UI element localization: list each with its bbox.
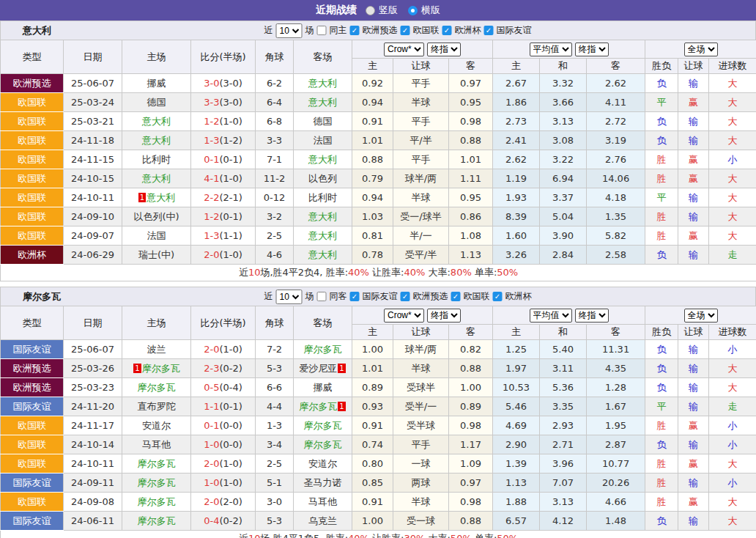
avg-source-select[interactable]: 平均值	[530, 309, 572, 323]
home-team-cell: 1意大利	[122, 188, 191, 207]
winlose-result-cell: 平	[645, 188, 678, 207]
avg-time-select[interactable]: 终指	[575, 309, 609, 323]
away-team-name: 圣马力诺	[304, 477, 342, 488]
winlose-result-cell: 负	[645, 246, 678, 265]
fulltime-score: 1-1	[204, 401, 219, 412]
home-team-cell: 摩尔多瓦	[122, 473, 191, 493]
date-cell: 25-03-24	[64, 93, 122, 112]
sub-col-header: 客	[449, 59, 493, 74]
handicap-result-cell: 输	[678, 188, 709, 207]
home-team-name: 摩尔多瓦	[138, 382, 176, 393]
handicap-odds-cell: 平手	[393, 150, 449, 169]
games-label: 场	[305, 24, 314, 37]
avg-source-select[interactable]: 平均值	[530, 43, 572, 56]
odds-time-select[interactable]: 终指	[427, 309, 461, 323]
summary-segment: 50%	[497, 533, 518, 538]
halftime-score: (1-0)	[219, 173, 242, 184]
handicap-odds-cell: 半球	[393, 188, 449, 207]
handicap-odds-cell: 两球	[393, 473, 449, 493]
sub-col-header: 客	[449, 325, 493, 340]
home-team-name: 摩尔多瓦	[138, 458, 176, 469]
match-count-select[interactable]: 10	[276, 23, 303, 38]
europe-odds-cell: 1.97	[493, 359, 540, 378]
fulltime-score: 3-0	[204, 78, 219, 89]
europe-odds-cell: 3.66	[540, 93, 587, 112]
date-cell: 25-03-23	[64, 378, 122, 397]
summary-segment: 单率:	[472, 533, 497, 538]
summary-row: 近10场,胜4平2负4, 胜率:40% 让胜率:40% 大率:80% 单率:50…	[1, 265, 756, 281]
europe-odds-cell: 3.96	[540, 454, 587, 473]
home-team-cell: 摩尔多瓦	[122, 454, 191, 473]
home-team-cell: 摩尔多瓦	[122, 493, 191, 512]
away-team-cell: 意大利	[294, 150, 352, 169]
odds-source-select[interactable]: Crow*	[384, 43, 424, 56]
match-row: 欧国联24-10-111意大利2-2(2-1)0-12比利时0.94半球0.95…	[1, 188, 756, 207]
winlose-result-cell: 负	[645, 512, 678, 531]
handicap-odds-cell: 平手	[393, 74, 449, 93]
date-cell: 24-10-15	[64, 169, 122, 188]
date-cell: 25-06-07	[64, 74, 122, 93]
fulltime-score: 0-4	[204, 515, 219, 526]
europe-odds-cell: 4.18	[587, 188, 645, 207]
competition-checkbox[interactable]: ✓	[401, 26, 410, 35]
radio-icon	[408, 6, 418, 15]
competition-cell: 欧国联	[1, 416, 64, 435]
handicap-odds-cell: 1.13	[449, 246, 493, 265]
handicap-odds-cell: 0.91	[352, 416, 393, 435]
match-row: 欧洲预选25-03-23摩尔多瓦0-5(0-4)6-6挪威0.89受球半1.00…	[1, 378, 756, 397]
handicap-result-cell: 赢	[678, 454, 709, 473]
match-row: 欧国联24-10-14马耳他1-0(0-0)3-4摩尔多瓦0.74平手1.172…	[1, 435, 756, 454]
home-team-cell: 波兰	[122, 340, 191, 359]
goals-result-cell: 大	[709, 93, 756, 112]
same-side-checkbox[interactable]	[317, 26, 327, 35]
europe-odds-cell: 1.95	[587, 416, 645, 435]
score-cell: 1-0(1-0)	[191, 473, 256, 493]
competition-checkbox[interactable]: ✓	[350, 292, 360, 301]
competition-cell: 欧国联	[1, 493, 64, 512]
fulltime-score: 1-3	[204, 135, 219, 146]
away-team-name: 法国	[314, 135, 333, 146]
vertical-layout-radio[interactable]: 竖版	[366, 4, 398, 17]
winlose-result-cell: 胜	[645, 169, 678, 188]
scope-select[interactable]: 全场	[684, 309, 718, 323]
score-cell: 0-1(0-1)	[191, 150, 256, 169]
competition-checkbox[interactable]: ✓	[493, 292, 503, 301]
competition-checkbox[interactable]: ✓	[451, 292, 461, 301]
europe-odds-cell: 4.12	[540, 512, 587, 531]
filter-bar: 近10场同客✓国际友谊✓欧洲预选✓欧国联✓欧洲杯	[264, 290, 532, 304]
score-cell: 1-0(0-0)	[191, 435, 256, 454]
match-row: 欧国联25-03-24德国3-3(3-0)6-4意大利0.94半球0.951.8…	[1, 93, 756, 112]
odds-source-select[interactable]: Crow*	[384, 309, 424, 323]
date-cell: 24-09-11	[64, 473, 122, 493]
europe-odds-cell: 20.26	[587, 473, 645, 493]
halftime-score: (3-0)	[219, 97, 242, 108]
europe-odds-cell: 3.22	[540, 150, 587, 169]
summary-segment: 40%	[348, 533, 369, 538]
competition-checkbox[interactable]: ✓	[350, 26, 360, 35]
fulltime-score: 2-0	[204, 496, 219, 507]
summary-segment: 10	[248, 267, 261, 278]
competition-checkbox[interactable]: ✓	[484, 26, 494, 35]
winlose-result-cell: 负	[645, 131, 678, 150]
same-side-checkbox[interactable]	[317, 292, 327, 301]
odds-time-select[interactable]: 终指	[427, 43, 461, 56]
home-team-name: 法国	[147, 230, 166, 241]
competition-cell: 欧洲预选	[1, 359, 64, 378]
match-count-select[interactable]: 10	[276, 290, 303, 304]
corners-cell: 5-1	[256, 473, 294, 493]
horizontal-layout-radio[interactable]: 横版	[408, 4, 440, 17]
score-cell: 2-0(1-0)	[191, 340, 256, 359]
col-home: 主场	[122, 40, 191, 74]
competition-checkbox[interactable]: ✓	[401, 292, 410, 301]
europe-odds-cell: 1.48	[587, 512, 645, 531]
sub-col-header: 胜负	[645, 59, 678, 74]
competition-cell: 欧国联	[1, 150, 64, 169]
match-row: 欧国联25-03-21意大利1-2(1-0)6-8德国0.91平手0.982.7…	[1, 112, 756, 131]
scope-select[interactable]: 全场	[684, 43, 718, 56]
team-name: 意大利	[23, 24, 51, 37]
europe-odds-cell: 5.46	[493, 397, 540, 416]
competition-checkbox[interactable]: ✓	[442, 26, 452, 35]
away-team-name: 乌克兰	[308, 515, 337, 526]
avg-time-select[interactable]: 终指	[575, 43, 609, 56]
home-team-name: 波兰	[147, 344, 166, 355]
